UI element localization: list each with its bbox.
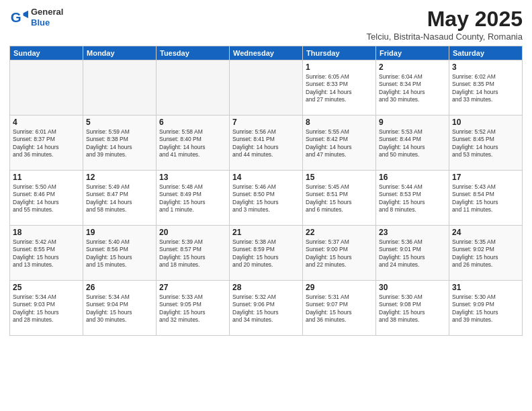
day-number: 16 [379,173,446,182]
day-info: Sunrise: 5:52 AM Sunset: 8:45 PM Dayligh… [452,128,519,159]
day-number: 4 [13,118,80,127]
header-wednesday: Wednesday [230,46,303,60]
day-info: Sunrise: 6:01 AM Sunset: 8:37 PM Dayligh… [13,128,80,159]
table-row: 31Sunrise: 5:30 AM Sunset: 9:09 PM Dayli… [449,281,523,336]
day-info: Sunrise: 5:39 AM Sunset: 8:57 PM Dayligh… [159,238,226,269]
day-info: Sunrise: 5:30 AM Sunset: 9:09 PM Dayligh… [452,293,519,324]
day-number: 18 [13,228,80,237]
title-block: May 2025 Telciu, Bistrita-Nasaud County,… [367,7,523,42]
calendar-week-row: 25Sunrise: 5:34 AM Sunset: 9:03 PM Dayli… [10,281,523,336]
day-info: Sunrise: 5:43 AM Sunset: 8:54 PM Dayligh… [452,183,519,214]
header-saturday: Saturday [449,46,523,60]
svg-marker-1 [24,10,28,17]
day-number: 1 [306,62,373,72]
day-number: 14 [232,173,300,182]
day-info: Sunrise: 5:37 AM Sunset: 9:00 PM Dayligh… [306,238,373,269]
day-info: Sunrise: 6:02 AM Sunset: 8:35 PM Dayligh… [452,73,519,104]
table-row: 25Sunrise: 5:34 AM Sunset: 9:03 PM Dayli… [10,281,83,336]
day-info: Sunrise: 5:48 AM Sunset: 8:49 PM Dayligh… [159,183,226,214]
day-number: 30 [379,283,446,292]
table-row: 7Sunrise: 5:56 AM Sunset: 8:41 PM Daylig… [230,116,303,171]
table-row: 20Sunrise: 5:39 AM Sunset: 8:57 PM Dayli… [157,226,230,281]
table-row: 18Sunrise: 5:42 AM Sunset: 8:55 PM Dayli… [10,226,83,281]
table-row: 19Sunrise: 5:40 AM Sunset: 8:56 PM Dayli… [83,226,157,281]
day-number: 15 [306,173,373,182]
table-row: 12Sunrise: 5:49 AM Sunset: 8:47 PM Dayli… [83,171,157,226]
day-number: 22 [306,228,373,237]
header-thursday: Thursday [303,46,376,60]
day-info: Sunrise: 5:49 AM Sunset: 8:47 PM Dayligh… [86,183,153,214]
day-number: 27 [159,283,226,292]
day-info: Sunrise: 5:38 AM Sunset: 8:59 PM Dayligh… [232,238,300,269]
table-row: 24Sunrise: 5:35 AM Sunset: 9:02 PM Dayli… [449,226,523,281]
day-info: Sunrise: 5:50 AM Sunset: 8:46 PM Dayligh… [13,183,80,214]
calendar-header-row: Sunday Monday Tuesday Wednesday Thursday… [10,46,523,60]
day-number: 2 [379,62,446,72]
day-info: Sunrise: 5:31 AM Sunset: 9:07 PM Dayligh… [306,293,373,324]
header-friday: Friday [376,46,449,60]
day-number: 31 [452,283,519,292]
table-row: 29Sunrise: 5:31 AM Sunset: 9:07 PM Dayli… [303,281,376,336]
header: G General Blue May 2025 Telciu, Bistrita… [9,7,523,42]
day-number: 10 [452,118,519,127]
table-row: 27Sunrise: 5:33 AM Sunset: 9:05 PM Dayli… [157,281,230,336]
day-info: Sunrise: 6:05 AM Sunset: 8:33 PM Dayligh… [306,73,373,104]
day-number: 20 [159,228,226,237]
svg-text:G: G [11,9,21,24]
table-row: 30Sunrise: 5:30 AM Sunset: 9:08 PM Dayli… [376,281,449,336]
day-info: Sunrise: 5:53 AM Sunset: 8:44 PM Dayligh… [379,128,446,159]
calendar-week-row: 4Sunrise: 6:01 AM Sunset: 8:37 PM Daylig… [10,116,523,171]
table-row: 22Sunrise: 5:37 AM Sunset: 9:00 PM Dayli… [303,226,376,281]
table-row: 15Sunrise: 5:45 AM Sunset: 8:51 PM Dayli… [303,171,376,226]
logo-icon: G [9,8,28,27]
table-row: 9Sunrise: 5:53 AM Sunset: 8:44 PM Daylig… [376,116,449,171]
day-info: Sunrise: 5:30 AM Sunset: 9:08 PM Dayligh… [379,293,446,324]
day-number: 19 [86,228,153,237]
table-row [230,60,303,116]
day-number: 3 [452,62,519,72]
table-row: 14Sunrise: 5:46 AM Sunset: 8:50 PM Dayli… [230,171,303,226]
table-row: 28Sunrise: 5:32 AM Sunset: 9:06 PM Dayli… [230,281,303,336]
day-number: 7 [232,118,300,127]
day-number: 29 [306,283,373,292]
table-row [83,60,157,116]
day-info: Sunrise: 5:45 AM Sunset: 8:51 PM Dayligh… [306,183,373,214]
day-info: Sunrise: 5:55 AM Sunset: 8:42 PM Dayligh… [306,128,373,159]
table-row: 3Sunrise: 6:02 AM Sunset: 8:35 PM Daylig… [449,60,523,116]
day-info: Sunrise: 5:56 AM Sunset: 8:41 PM Dayligh… [232,128,300,159]
day-number: 23 [379,228,446,237]
day-info: Sunrise: 5:34 AM Sunset: 9:03 PM Dayligh… [13,293,80,324]
table-row [157,60,230,116]
day-number: 24 [452,228,519,237]
table-row: 11Sunrise: 5:50 AM Sunset: 8:46 PM Dayli… [10,171,83,226]
table-row: 2Sunrise: 6:04 AM Sunset: 8:34 PM Daylig… [376,60,449,116]
day-number: 8 [306,118,373,127]
day-info: Sunrise: 5:34 AM Sunset: 9:04 PM Dayligh… [86,293,153,324]
day-number: 5 [86,118,153,127]
calendar-week-row: 11Sunrise: 5:50 AM Sunset: 8:46 PM Dayli… [10,171,523,226]
calendar-table: Sunday Monday Tuesday Wednesday Thursday… [9,46,523,336]
calendar-week-row: 18Sunrise: 5:42 AM Sunset: 8:55 PM Dayli… [10,226,523,281]
day-number: 9 [379,118,446,127]
day-info: Sunrise: 5:32 AM Sunset: 9:06 PM Dayligh… [232,293,300,324]
header-sunday: Sunday [10,46,83,60]
day-number: 17 [452,173,519,182]
day-number: 11 [13,173,80,182]
table-row: 17Sunrise: 5:43 AM Sunset: 8:54 PM Dayli… [449,171,523,226]
table-row: 23Sunrise: 5:36 AM Sunset: 9:01 PM Dayli… [376,226,449,281]
day-info: Sunrise: 5:46 AM Sunset: 8:50 PM Dayligh… [232,183,300,214]
table-row: 4Sunrise: 6:01 AM Sunset: 8:37 PM Daylig… [10,116,83,171]
calendar-title: May 2025 [367,7,523,32]
table-row: 16Sunrise: 5:44 AM Sunset: 8:53 PM Dayli… [376,171,449,226]
day-number: 26 [86,283,153,292]
header-monday: Monday [83,46,157,60]
day-info: Sunrise: 5:44 AM Sunset: 8:53 PM Dayligh… [379,183,446,214]
day-number: 21 [232,228,300,237]
day-number: 28 [232,283,300,292]
day-info: Sunrise: 5:58 AM Sunset: 8:40 PM Dayligh… [159,128,226,159]
table-row: 6Sunrise: 5:58 AM Sunset: 8:40 PM Daylig… [157,116,230,171]
table-row: 26Sunrise: 5:34 AM Sunset: 9:04 PM Dayli… [83,281,157,336]
day-info: Sunrise: 5:33 AM Sunset: 9:05 PM Dayligh… [159,293,226,324]
logo-general-text: General [31,7,63,17]
day-info: Sunrise: 5:35 AM Sunset: 9:02 PM Dayligh… [452,238,519,269]
